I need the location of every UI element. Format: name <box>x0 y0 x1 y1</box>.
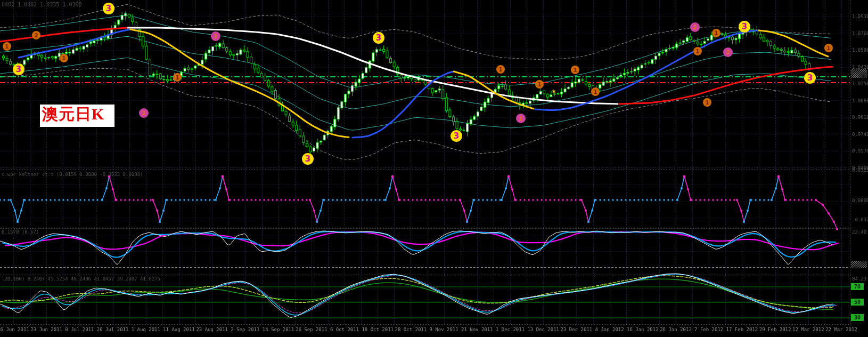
indicator-axis-label: 0.0000 <box>852 198 868 203</box>
date-axis-label: 11 Aug 2011 <box>163 327 195 332</box>
price-axis-label: 0.9570 <box>852 148 868 154</box>
date-axis-label: 6 Oct 2011 <box>330 327 359 332</box>
date-axis-label: 7 Feb 2012 <box>694 327 723 332</box>
price-axis-label: 0.9740 <box>852 132 868 137</box>
date-axis-label: 26 Sep 2011 <box>296 327 327 332</box>
level-badge: 30 <box>851 314 864 321</box>
chart-title-box: 澳元日K <box>40 105 114 127</box>
price-axis-label: 1.0760 <box>852 31 868 36</box>
level-badge: 50 <box>851 299 864 306</box>
price-axis-label: 1.0930 <box>852 14 868 19</box>
ohlc-readout: 0402 1.0402 1.0335 1.0360 <box>2 2 82 7</box>
chart-title: 澳元日K <box>42 103 104 125</box>
date-axis-label: 28 Oct 2011 <box>395 327 427 332</box>
date-axis-label: 23 Aug 2011 <box>196 327 228 332</box>
date-axis-label: 1 Dec 2011 <box>496 327 525 332</box>
price-axis-label: 1.0080 <box>852 98 868 103</box>
date-axis-label: 23 Dec 2011 <box>561 327 593 332</box>
price-axis-label: 1.0420 <box>852 65 868 70</box>
indicator-axis-label: 84.23 <box>852 276 866 282</box>
date-axis-label: 21 Nov 2011 <box>461 327 493 332</box>
date-axis-label: 23 Jun 2011 <box>30 327 62 332</box>
date-axis-label: 16 Jan 2012 <box>627 327 659 332</box>
oscillator1-indicator-label: 0.1570 (0.67) <box>2 229 39 235</box>
date-axis-label: 26 Jan 2012 <box>660 327 692 332</box>
date-axis-label: 20 Jul 2011 <box>97 327 129 332</box>
level-badge: 70 <box>851 283 864 290</box>
date-axis-label: 18 Oct 2011 <box>362 327 394 332</box>
date-axis-label: 29 Feb 2012 <box>759 327 791 332</box>
date-axis-label: 9 Nov 2011 <box>430 327 458 332</box>
price-axis-label: 0.9910 <box>852 115 868 120</box>
date-axis-label: 14 Sep 2011 <box>263 327 294 332</box>
date-axis-label: 13 Dec 2011 <box>527 327 559 332</box>
indicator-axis-label: -0.0325 <box>852 217 868 222</box>
price-axis-label: 1.0590 <box>852 47 868 53</box>
indicator-axis-label: 0.0325 <box>852 167 868 173</box>
date-axis-label: 12 Mar 2012 <box>792 327 824 332</box>
semafor-indicator-label: c:wpr keltner st:t (0.0159 0.0000 -0.003… <box>2 172 143 177</box>
date-axis-label: 2 Sep 2011 <box>231 327 259 332</box>
date-axis-label: 17 Feb 2012 <box>726 327 758 332</box>
indicator-axis-label: 23.40 <box>852 229 866 235</box>
oscillator2-indicator-label: (20,100) 8.2407 45.5254 40.2406 41.0457 … <box>2 276 160 282</box>
price-chart-canvas[interactable] <box>0 0 868 337</box>
trading-chart-window: 0402 1.0402 1.0335 1.0360 澳元日K c:wpr kel… <box>0 0 868 337</box>
date-axis-label: 1 Aug 2011 <box>132 327 160 332</box>
date-axis-label: 4 Jan 2012 <box>595 327 624 332</box>
date-axis-label: 22 Mar 2012 <box>825 327 857 332</box>
price-axis-label: 1.0250 <box>852 81 868 86</box>
date-axis-label: 16 Jun 2011 <box>0 327 29 332</box>
date-axis-label: 8 Jul 2011 <box>65 327 94 332</box>
